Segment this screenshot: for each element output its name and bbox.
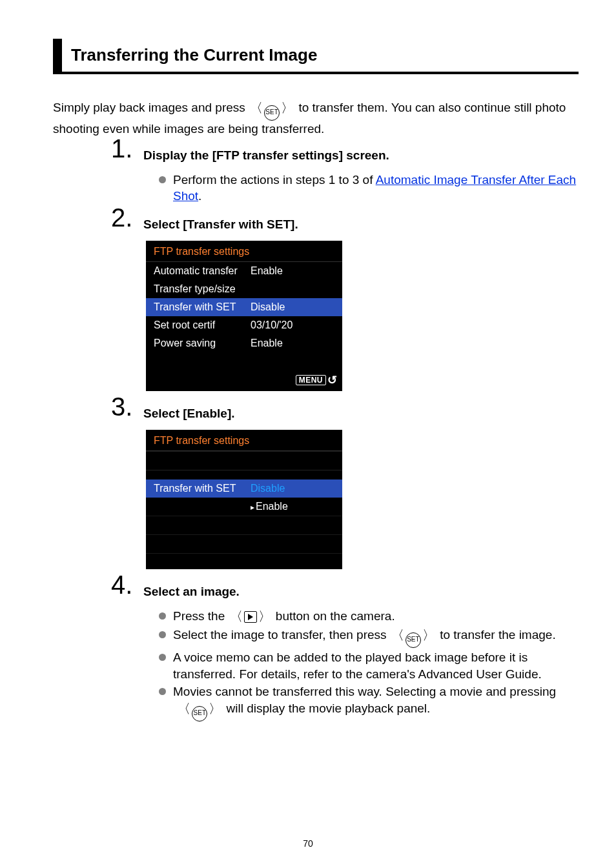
set-icon: SET	[192, 706, 207, 722]
step-number-3: 3	[111, 392, 132, 421]
screen-label: Set root certif	[154, 319, 251, 331]
step-2-title: Select [Transfer with SET].	[143, 214, 579, 232]
step-3-title: Select [Enable].	[143, 403, 579, 421]
screen-spacer	[146, 352, 342, 370]
intro-paragraph: Simply play back images and press 〈SET〉 …	[53, 99, 579, 138]
set-icon: SET	[406, 632, 421, 648]
section-heading: Transferring the Current Image	[53, 39, 579, 74]
b2-b: to transfer the image.	[440, 628, 556, 641]
screen-option-disable: Disable	[251, 483, 334, 494]
camera-screen-ftp-settings: FTP transfer settings Automatic transfer…	[146, 241, 342, 391]
screen-row-transfer-type: Transfer type/size	[146, 280, 342, 298]
screen-label: Automatic transfer	[154, 265, 251, 277]
angle-close: 〉	[280, 101, 295, 115]
screen-blank-row	[146, 516, 342, 534]
return-icon: ↺	[327, 373, 337, 387]
screen-label-empty	[154, 501, 251, 512]
b1-b: button on the camera.	[276, 609, 395, 623]
screen-row-auto-transfer: Automatic transfer Enable	[146, 262, 342, 280]
step-number-1: 1	[111, 134, 132, 163]
playback-icon	[244, 611, 257, 623]
screen-menu-row: MENU↺	[146, 370, 342, 391]
screen-row-power-saving: Power saving Enable	[146, 334, 342, 352]
step-4-bullet-4: Movies cannot be transferred this way. S…	[159, 683, 579, 722]
step-4-bullet-1: Press the 〈〉 button on the camera.	[159, 608, 579, 625]
step-4-bullet-3: A voice memo can be added to the played …	[159, 649, 579, 682]
menu-icon: MENU	[296, 375, 326, 385]
step-1-bullet-pre: Perform the actions in steps 1 to 3 of	[173, 173, 376, 187]
screen-value	[251, 283, 334, 295]
step-1: 1 Display the [FTP transfer settings] sc…	[111, 145, 579, 205]
screen-blank-row	[146, 534, 342, 553]
intro-text-a: Simply play back images and press	[53, 101, 249, 114]
step-4-bullet-2: Select the image to transfer, then press…	[159, 627, 579, 648]
step-1-bullet: Perform the actions in steps 1 to 3 of A…	[159, 172, 579, 205]
screen-value: Disable	[251, 301, 334, 313]
screen-value: 03/10/'20	[251, 319, 334, 331]
b4-b: will display the movie playback panel.	[227, 701, 431, 715]
camera-screen-enable: FTP transfer settings Transfer with SET …	[146, 430, 342, 569]
section-heading-text: Transferring the Current Image	[71, 45, 579, 65]
set-icon: SET	[264, 105, 280, 121]
screen-blank-row	[146, 470, 342, 479]
screen-blank-row	[146, 451, 342, 470]
step-4-title: Select an image.	[143, 581, 579, 599]
screen-header: FTP transfer settings	[146, 430, 342, 451]
page-number: 70	[0, 838, 616, 849]
b4-a: Movies cannot be transferred this way. S…	[173, 685, 556, 698]
screen-value: Enable	[251, 338, 334, 349]
step-1-title: Display the [FTP transfer settings] scre…	[143, 145, 579, 163]
angle-close: 〉	[421, 628, 436, 642]
b1-a: Press the	[173, 609, 229, 623]
angle-open: 〈	[176, 701, 192, 716]
screen-row-transfer-with-set: Transfer with SET Disable	[146, 479, 342, 498]
screen-row-root-cert: Set root certif 03/10/'20	[146, 316, 342, 334]
screen-label: Power saving	[154, 338, 251, 349]
step-number-2: 2	[111, 203, 132, 232]
step-2: 2 Select [Transfer with SET]. FTP transf…	[111, 214, 579, 391]
angle-open: 〈	[229, 609, 244, 623]
step-1-bullet-post: .	[198, 189, 201, 203]
screen-label: Transfer with SET	[154, 483, 251, 494]
screen-option-enable: Enable	[251, 501, 334, 512]
screen-blank-row	[146, 553, 342, 569]
angle-close: 〉	[207, 701, 223, 716]
screen-label: Transfer with SET	[154, 301, 251, 313]
angle-open: 〈	[390, 628, 406, 642]
b2-a: Select the image to transfer, then press	[173, 628, 390, 641]
step-4: 4 Select an image. Press the 〈〉 button o…	[111, 581, 579, 722]
angle-close: 〉	[257, 609, 272, 623]
screen-label: Transfer type/size	[154, 283, 251, 295]
step-number-4: 4	[111, 570, 132, 600]
screen-header: FTP transfer settings	[146, 241, 342, 262]
screen-value: Enable	[251, 265, 334, 277]
angle-open: 〈	[249, 101, 264, 115]
screen-row-enable: Enable	[146, 498, 342, 516]
screen-row-transfer-with-set: Transfer with SET Disable	[146, 298, 342, 316]
step-3: 3 Select [Enable]. FTP transfer settings…	[111, 403, 579, 569]
